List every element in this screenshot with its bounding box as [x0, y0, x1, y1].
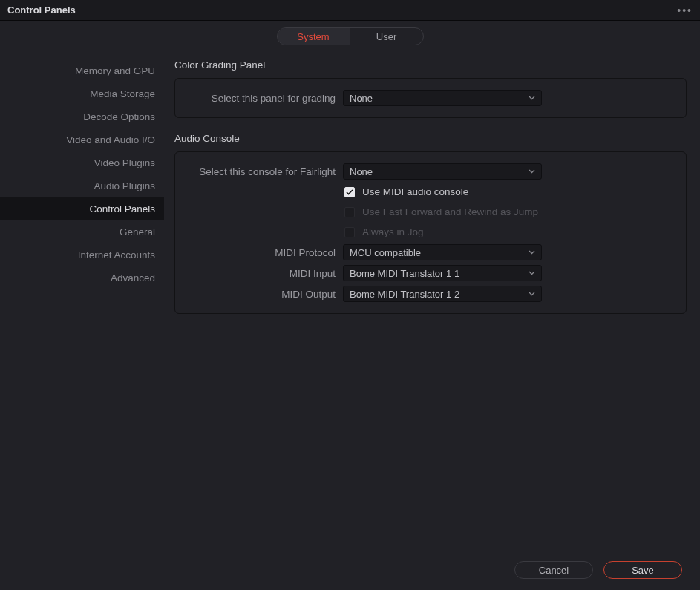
- section-title-color-grading: Color Grading Panel: [174, 59, 687, 71]
- checkbox-use-midi[interactable]: [344, 187, 355, 197]
- options-menu-icon[interactable]: •••: [677, 4, 693, 16]
- checkbox-ff-rewind: [344, 207, 355, 217]
- sidebar-item-internet-accounts[interactable]: Internet Accounts: [0, 243, 164, 266]
- row-use-midi: Use MIDI audio console: [175, 182, 674, 202]
- checkbox-always-jog: [344, 227, 355, 237]
- label-midi-protocol: MIDI Protocol: [175, 247, 343, 258]
- main-panel: Color Grading Panel Select this panel fo…: [164, 52, 700, 550]
- select-midi-protocol-value: MCU compatible: [350, 247, 421, 258]
- sidebar-item-media-storage[interactable]: Media Storage: [0, 82, 164, 105]
- label-ff-rewind: Use Fast Forward and Rewind as Jump: [362, 206, 538, 217]
- sidebar-item-advanced[interactable]: Advanced: [0, 266, 164, 289]
- label-use-midi: Use MIDI audio console: [362, 186, 468, 197]
- select-midi-input[interactable]: Bome MIDI Translator 1 1: [343, 265, 542, 281]
- row-select-console-fairlight: Select this console for Fairlight None: [175, 161, 674, 182]
- footer: Cancel Save: [0, 550, 700, 590]
- label-select-panel-grading: Select this panel for grading: [175, 93, 343, 104]
- tab-system[interactable]: System: [278, 28, 350, 45]
- sidebar-item-decode-options[interactable]: Decode Options: [0, 105, 164, 128]
- select-midi-output-value: Bome MIDI Translator 1 2: [350, 289, 459, 300]
- row-ff-rewind: Use Fast Forward and Rewind as Jump: [175, 202, 674, 222]
- row-always-jog: Always in Jog: [175, 222, 674, 242]
- chevron-down-icon: [528, 168, 535, 175]
- cancel-button[interactable]: Cancel: [514, 561, 593, 579]
- content-area: Memory and GPU Media Storage Decode Opti…: [0, 52, 700, 590]
- label-midi-input: MIDI Input: [175, 268, 343, 279]
- tab-user[interactable]: User: [350, 28, 423, 45]
- label-midi-output: MIDI Output: [175, 289, 343, 300]
- row-midi-output: MIDI Output Bome MIDI Translator 1 2: [175, 283, 674, 304]
- row-midi-input: MIDI Input Bome MIDI Translator 1 1: [175, 263, 674, 283]
- tab-segment: System User: [277, 27, 424, 45]
- tab-bar: System User: [0, 21, 700, 52]
- row-select-panel-grading: Select this panel for grading None: [175, 88, 674, 108]
- save-button[interactable]: Save: [603, 561, 682, 579]
- select-midi-protocol[interactable]: MCU compatible: [343, 244, 542, 260]
- row-midi-protocol: MIDI Protocol MCU compatible: [175, 242, 674, 263]
- select-panel-grading[interactable]: None: [343, 90, 542, 106]
- chevron-down-icon: [528, 249, 535, 256]
- chevron-down-icon: [528, 94, 535, 102]
- select-panel-grading-value: None: [350, 93, 373, 104]
- sidebar-item-control-panels[interactable]: Control Panels: [0, 197, 164, 220]
- select-console-fairlight-value: None: [350, 166, 373, 177]
- select-midi-input-value: Bome MIDI Translator 1 1: [350, 268, 459, 279]
- color-grading-panel: Select this panel for grading None: [174, 78, 687, 118]
- label-select-console-fairlight: Select this console for Fairlight: [175, 166, 343, 177]
- window-title: Control Panels: [7, 4, 76, 16]
- chevron-down-icon: [528, 290, 535, 298]
- sidebar-item-memory-and-gpu[interactable]: Memory and GPU: [0, 59, 164, 82]
- select-midi-output[interactable]: Bome MIDI Translator 1 2: [343, 286, 542, 302]
- chevron-down-icon: [528, 269, 535, 277]
- titlebar: Control Panels •••: [0, 0, 700, 21]
- label-always-jog: Always in Jog: [362, 226, 424, 237]
- sidebar: Memory and GPU Media Storage Decode Opti…: [0, 52, 164, 550]
- sidebar-item-video-audio-io[interactable]: Video and Audio I/O: [0, 128, 164, 151]
- audio-console-panel: Select this console for Fairlight None U…: [174, 151, 687, 314]
- sidebar-item-audio-plugins[interactable]: Audio Plugins: [0, 174, 164, 197]
- sidebar-item-video-plugins[interactable]: Video Plugins: [0, 151, 164, 174]
- select-console-fairlight[interactable]: None: [343, 163, 542, 180]
- section-title-audio-console: Audio Console: [174, 133, 687, 144]
- sidebar-item-general[interactable]: General: [0, 220, 164, 243]
